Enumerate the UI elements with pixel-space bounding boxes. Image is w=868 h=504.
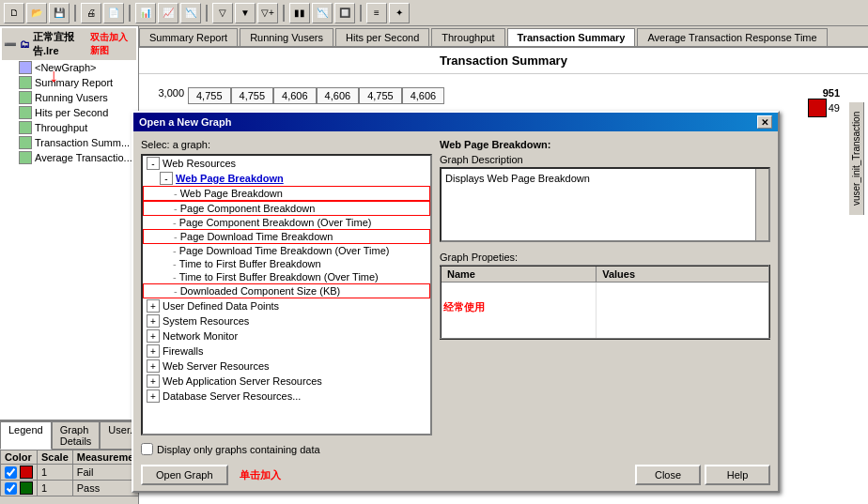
dtree-time-first-buffer-over-time[interactable]: - Time to First Buffer Breakdown (Over T… — [143, 270, 430, 283]
summary-report-icon — [19, 76, 32, 89]
web-page-breakdown-expand[interactable]: - — [160, 172, 173, 185]
dtree-web-page-breakdown[interactable]: - Web Page Breakdown — [143, 186, 430, 201]
toolbar-icon1[interactable]: 🔲 — [334, 3, 355, 23]
tab-running-vusers[interactable]: Running Vusers — [240, 28, 333, 46]
desc-scrollbar[interactable] — [755, 169, 768, 240]
desc-box: Displays Web Page Breakdown — [440, 167, 770, 242]
transaction-summary-icon — [19, 136, 32, 149]
toolbar-chart3[interactable]: 📉 — [180, 3, 201, 23]
dtree-label: Database Server Resources... — [163, 390, 301, 402]
legend-checkbox-pass[interactable] — [5, 482, 17, 495]
toolbar-chart2[interactable]: 📈 — [158, 3, 178, 23]
tab-graph-details[interactable]: Graph Details — [52, 421, 101, 449]
dtree-web-resources[interactable]: - Web Resources — [143, 156, 430, 171]
toolbar-open[interactable]: 📂 — [26, 3, 47, 23]
dtree-dash: - — [174, 188, 178, 199]
toolbar-save[interactable]: 💾 — [49, 3, 70, 23]
sidebar-item-label: <NewGraph> — [35, 62, 96, 73]
tab-hits-per-second[interactable]: Hits per Second — [335, 28, 429, 46]
toolbar-filter1[interactable]: ▽ — [212, 3, 233, 23]
dialog-close-button[interactable]: ✕ — [757, 115, 772, 129]
open-graph-button[interactable]: Open Graph — [141, 465, 228, 485]
bar-val-1: 4,755 — [231, 87, 274, 104]
toolbar-extra2[interactable]: ✦ — [389, 3, 410, 23]
sidebar-item-summary-report[interactable]: Summary Report — [17, 75, 136, 90]
dialog-tree[interactable]: - Web Resources - Web Page Breakdown - W… — [141, 154, 432, 435]
legend-cell-color-pass — [1, 481, 38, 496]
sidebar-item-new-graph[interactable]: <NewGraph> — [17, 60, 136, 75]
dtree-label: Web Application Server Resources — [163, 375, 322, 387]
dtree-network-monitor[interactable]: + Network Monitor — [143, 328, 430, 344]
toolbar-filter3[interactable]: ▽+ — [257, 3, 278, 23]
toolbar-print2[interactable]: 📄 — [103, 3, 124, 23]
throughput-icon — [19, 121, 32, 134]
sidebar-item-avg-transaction[interactable]: Average Transactio... — [17, 150, 136, 165]
dtree-label: Web Resources — [163, 158, 236, 169]
legend-row-fail: 1 Fail — [1, 465, 148, 481]
toolbar-bar1[interactable]: ▮▮ — [289, 3, 310, 23]
tab-transaction-summary[interactable]: Transaction Summary — [507, 28, 636, 46]
desc-text: Displays Web Page Breakdown — [445, 173, 590, 184]
props-col-name: Name — [441, 266, 597, 283]
web-server-resources-expand[interactable]: + — [147, 359, 160, 373]
y-axis-label: 3,000 — [148, 87, 184, 99]
toolbar-chart1[interactable]: 📊 — [135, 3, 156, 23]
dtree-web-page-breakdown-parent[interactable]: - Web Page Breakdown — [143, 171, 430, 186]
dtree-database-server-resources[interactable]: + Database Server Resources... — [143, 389, 430, 404]
sidebar-item-label: Transaction Summ... — [35, 137, 130, 148]
dtree-label: Web Page Breakdown — [176, 173, 284, 184]
tree-root[interactable]: ➖ 🗂 正常宜报告.lre 双击加入新图 — [2, 28, 136, 60]
dtree-firewalls[interactable]: + Firewalls — [143, 344, 430, 359]
tab-throughput[interactable]: Throughput — [431, 28, 504, 46]
sidebar-item-running-vusers[interactable]: Running Vusers — [17, 90, 136, 105]
running-vusers-icon — [19, 91, 32, 104]
dtree-user-defined[interactable]: + User Defined Data Points — [143, 298, 430, 313]
toolbar-line1[interactable]: 📉 — [312, 3, 333, 23]
dtree-web-app-server-resources[interactable]: + Web Application Server Resources — [143, 374, 430, 389]
props-empty-cell — [441, 283, 597, 339]
web-app-server-expand[interactable]: + — [147, 374, 160, 388]
toolbar-extra1[interactable]: ≡ — [366, 3, 387, 23]
dtree-dash: - — [173, 258, 177, 269]
database-server-expand[interactable]: + — [147, 389, 160, 403]
sidebar-item-transaction-summary[interactable]: Transaction Summ... — [17, 135, 136, 150]
legend-col-color: Color — [1, 451, 38, 465]
new-graph-icon — [19, 61, 32, 74]
bar-val-4: 4,755 — [359, 87, 402, 104]
web-resources-expand[interactable]: - — [147, 157, 160, 170]
dtree-page-download-time-breakdown[interactable]: - Page Download Time Breakdown — [143, 229, 430, 244]
tree-area: ➖ 🗂 正常宜报告.lre 双击加入新图 ↓ <NewGraph> Summar… — [0, 26, 138, 420]
dtree-time-first-buffer[interactable]: - Time to First Buffer Breakdown — [143, 257, 430, 270]
user-defined-expand[interactable]: + — [147, 299, 160, 313]
dtree-label: Time to First Buffer Breakdown — [179, 258, 321, 269]
toolbar: 🗋 📂 💾 🖨 📄 📊 📈 📉 ▽ ▼ ▽+ ▮▮ 📉 🔲 ≡ ✦ — [0, 0, 868, 26]
firewalls-expand[interactable]: + — [147, 344, 160, 358]
dtree-page-download-time-over-time[interactable]: - Page Download Time Breakdown (Over Tim… — [143, 244, 430, 257]
display-only-checkbox[interactable] — [141, 443, 153, 455]
legend-checkbox-fail[interactable] — [5, 466, 17, 479]
network-monitor-expand[interactable]: + — [147, 329, 160, 343]
legend-scale-fail: 1 — [38, 465, 73, 481]
tab-avg-transaction-response-time[interactable]: Average Transaction Response Time — [637, 28, 827, 46]
dtree-page-component-breakdown[interactable]: - Page Component Breakdown — [143, 201, 430, 216]
system-resources-expand[interactable]: + — [147, 314, 160, 328]
tab-summary-report[interactable]: Summary Report — [139, 28, 238, 46]
sidebar-item-throughput[interactable]: Throughput — [17, 120, 136, 135]
close-button[interactable]: Close — [635, 465, 701, 485]
dtree-page-component-breakdown-over-time[interactable]: - Page Component Breakdown (Over Time) — [143, 216, 430, 229]
toolbar-new[interactable]: 🗋 — [4, 3, 24, 23]
dtree-dash: - — [173, 245, 177, 256]
tab-legend[interactable]: Legend — [0, 421, 52, 450]
sidebar-item-hits-per-second[interactable]: Hits per Second — [17, 105, 136, 120]
help-button[interactable]: Help — [705, 465, 770, 485]
toolbar-filter2[interactable]: ▼ — [235, 3, 256, 23]
dtree-system-resources[interactable]: + System Resources — [143, 313, 430, 328]
dtree-downloaded-component-size[interactable]: - Downloaded Component Size (KB) — [143, 283, 430, 298]
dtree-web-server-resources[interactable]: + Web Server Resources — [143, 359, 430, 374]
props-empty-cell2 — [597, 283, 769, 339]
toolbar-print[interactable]: 🖨 — [81, 3, 101, 23]
dtree-label: Page Download Time Breakdown — [180, 231, 333, 242]
dtree-label: System Resources — [163, 315, 249, 327]
sidebar-item-label: Throughput — [35, 122, 87, 133]
bar-val-3: 4,606 — [317, 87, 360, 104]
